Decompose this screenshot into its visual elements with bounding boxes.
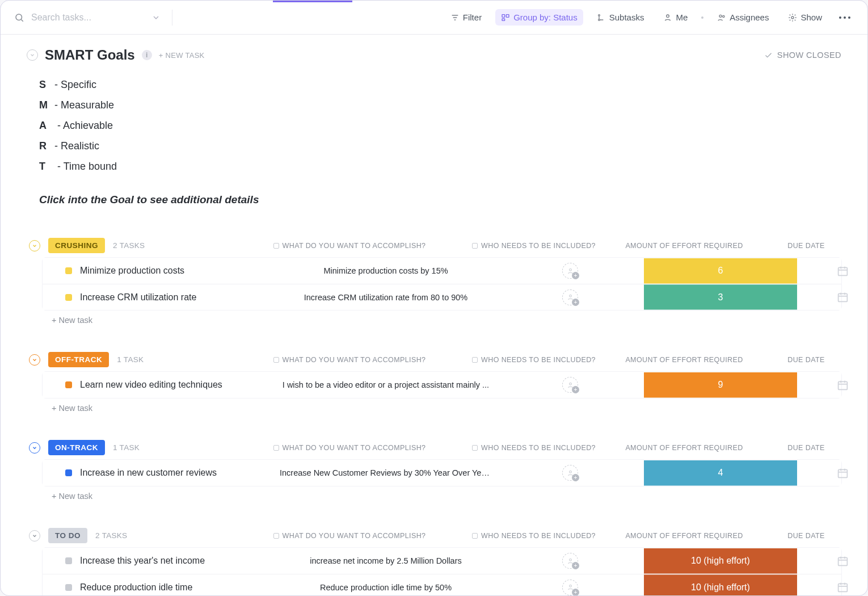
search-wrap: [14, 10, 172, 26]
show-label: Show: [800, 12, 822, 22]
task-count: 1 TASK: [117, 355, 144, 364]
calendar-icon[interactable]: [837, 467, 849, 479]
calendar-icon[interactable]: [837, 581, 849, 593]
svg-point-39: [569, 585, 571, 587]
task-name: Increase CRM utilization rate: [80, 292, 196, 303]
toolbar: Filter Group by: Status Subtasks Me Assi…: [1, 1, 867, 35]
svg-point-12: [723, 15, 724, 17]
col-effort: AMOUNT OF EFFORT REQUIRED: [625, 444, 743, 452]
svg-rect-6: [506, 14, 509, 17]
task-name: Minimize production costs: [80, 266, 184, 276]
show-button[interactable]: Show: [782, 9, 828, 26]
svg-point-8: [598, 14, 600, 16]
svg-rect-5: [502, 14, 505, 17]
effort-cell[interactable]: 6: [644, 258, 797, 284]
assignees-label: Assignees: [730, 12, 769, 22]
task-row[interactable]: Minimize production costs Minimize produ…: [43, 258, 841, 284]
calendar-icon[interactable]: [837, 379, 849, 391]
filter-button[interactable]: Filter: [445, 9, 487, 26]
status-square: [65, 267, 72, 274]
col-who: WHO NEEDS TO BE INCLUDED?: [481, 444, 596, 452]
calendar-icon[interactable]: [837, 555, 849, 567]
col-due: DUE DATE: [787, 532, 824, 540]
collapse-toggle[interactable]: [27, 49, 38, 61]
me-button[interactable]: Me: [658, 9, 693, 26]
task-accomplish: Minimize production costs by 15%: [275, 266, 496, 275]
effort-cell[interactable]: 3: [644, 284, 797, 310]
col-due: DUE DATE: [787, 356, 824, 364]
svg-rect-7: [502, 19, 505, 20]
assignees-button[interactable]: Assignees: [711, 9, 774, 26]
calendar-icon[interactable]: [837, 265, 849, 277]
task-accomplish: Increase CRM utilization rate from 80 to…: [275, 293, 496, 302]
description: S - Specific M - Measurable A - Achievab…: [39, 74, 841, 211]
svg-point-24: [569, 383, 571, 385]
new-task-button[interactable]: + New task: [27, 486, 841, 501]
task-accomplish: I wish to be a video editor or a project…: [275, 380, 496, 389]
effort-cell[interactable]: 9: [644, 372, 797, 398]
group-todo: TO DO 2 TASKS WHAT DO YOU WANT TO ACCOMP…: [27, 528, 841, 595]
svg-point-14: [569, 268, 571, 271]
group-toggle[interactable]: [29, 240, 40, 251]
group-icon: [501, 13, 510, 22]
task-accomplish: Reduce production idle time by 50%: [275, 583, 496, 592]
chevron-down-icon[interactable]: [151, 13, 161, 22]
task-row[interactable]: Learn new video editing techniques I wis…: [43, 372, 841, 398]
effort-cell[interactable]: 10 (high effort): [644, 548, 797, 574]
me-label: Me: [676, 12, 688, 22]
svg-line-1: [21, 19, 23, 21]
task-row[interactable]: Reduce production idle time Reduce produ…: [43, 574, 841, 595]
svg-point-0: [16, 14, 22, 20]
add-assignee-button[interactable]: [562, 377, 578, 393]
group-toggle[interactable]: [29, 354, 40, 366]
task-row[interactable]: Increase this year's net income increase…: [43, 548, 841, 574]
tab-indicator: [273, 1, 352, 2]
svg-point-34: [569, 559, 571, 561]
status-chip-ontrack[interactable]: ON-TRACK: [48, 440, 105, 455]
more-menu[interactable]: [836, 16, 854, 19]
info-icon[interactable]: i: [142, 50, 152, 60]
calendar-icon[interactable]: [837, 291, 849, 303]
text-column-icon: [472, 243, 478, 249]
gear-icon: [788, 13, 797, 22]
group-by-button[interactable]: Group by: Status: [495, 9, 583, 26]
status-square: [65, 381, 72, 388]
group-toggle[interactable]: [29, 442, 40, 454]
filter-label: Filter: [463, 12, 482, 22]
add-assignee-button[interactable]: [562, 553, 578, 569]
subtasks-button[interactable]: Subtasks: [591, 9, 650, 26]
svg-rect-25: [838, 381, 847, 389]
task-count: 1 TASK: [113, 443, 140, 452]
status-chip-crushing[interactable]: CRUSHING: [48, 238, 105, 253]
task-row[interactable]: Increase in new customer reviews Increas…: [43, 460, 841, 486]
add-assignee-button[interactable]: [562, 465, 578, 481]
task-name: Increase in new customer reviews: [80, 468, 217, 478]
col-accomplish: WHAT DO YOU WANT TO ACCOMPLISH?: [283, 242, 426, 250]
person-icon: [663, 13, 672, 22]
task-row[interactable]: Increase CRM utilization rate Increase C…: [43, 284, 841, 310]
group-toggle[interactable]: [29, 530, 40, 542]
effort-cell[interactable]: 10 (high effort): [644, 574, 797, 595]
add-assignee-button[interactable]: [562, 263, 578, 279]
status-chip-offtrack[interactable]: OFF-TRACK: [48, 352, 109, 367]
new-task-button[interactable]: + New task: [27, 398, 841, 413]
add-assignee-button[interactable]: [562, 289, 578, 305]
task-count: 2 TASKS: [113, 241, 145, 250]
people-icon: [717, 13, 726, 22]
add-assignee-button[interactable]: [562, 580, 578, 595]
subtasks-label: Subtasks: [609, 12, 644, 22]
col-due: DUE DATE: [787, 242, 824, 250]
task-accomplish: Increase New Customer Reviews by 30% Yea…: [275, 468, 496, 477]
task-name: Increase this year's net income: [80, 556, 205, 566]
new-task-header-button[interactable]: + NEW TASK: [159, 51, 205, 60]
svg-rect-20: [838, 293, 847, 301]
new-task-button[interactable]: + New task: [27, 310, 841, 325]
effort-cell[interactable]: 4: [644, 460, 797, 486]
check-icon: [764, 51, 773, 60]
search-icon: [14, 12, 24, 23]
status-chip-todo[interactable]: TO DO: [48, 528, 87, 543]
svg-rect-30: [838, 469, 847, 477]
group-ontrack: ON-TRACK 1 TASK WHAT DO YOU WANT TO ACCO…: [27, 440, 841, 501]
show-closed-button[interactable]: SHOW CLOSED: [764, 51, 841, 60]
search-input[interactable]: [30, 12, 146, 23]
